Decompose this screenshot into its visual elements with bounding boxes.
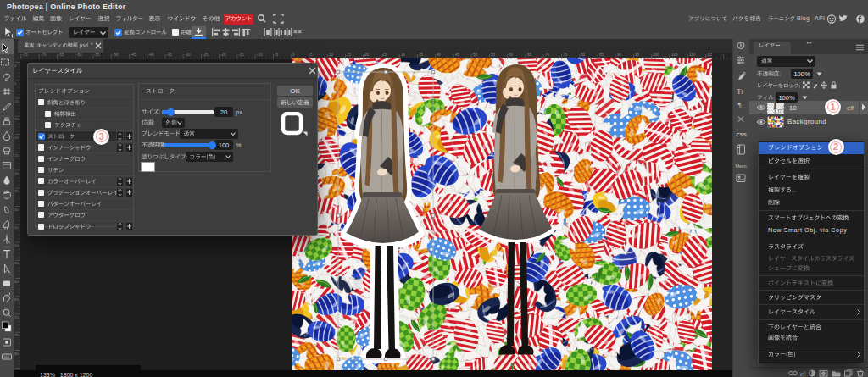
- svg-text:ef: ef: [800, 370, 807, 377]
- svg-text:Mem: Mem: [736, 164, 747, 169]
- svg-text:CSS: CSS: [737, 132, 747, 137]
- svg-text:Tt: Tt: [737, 87, 743, 96]
- svg-text:¶: ¶: [738, 101, 742, 109]
